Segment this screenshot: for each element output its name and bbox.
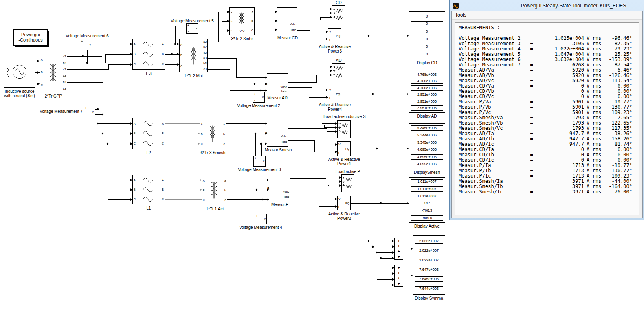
port-label: B [134,188,136,191]
port-label: A [267,187,269,190]
load-active-inductive-s-block[interactable] [337,120,351,138]
display-value: 147 [411,201,443,206]
port-label: B [134,132,136,135]
measur-cd-block[interactable]: ABC Vabc Iabc [277,7,297,34]
inductive-source-block[interactable] [4,56,35,88]
measurements-list: Voltage Measurement 2 = 1.025e+004 V rms… [459,36,635,195]
active-reactive-power4-block[interactable]: V I PQ [328,87,341,101]
display-value: 1.011e+007 [411,179,443,184]
power4-label-line1: Active & Reactive [314,103,355,107]
powergui-block[interactable]: Powergui -Continuous [13,29,48,46]
act-right-ports: abc [224,175,226,205]
load-ad-label: AD [332,58,345,63]
measur-ad-block[interactable]: ABC Vabc Iabc [267,73,288,94]
display-value: 2.951e+006 [411,105,443,111]
port-label: B [162,132,164,135]
minus-pin: - [188,30,189,33]
measur-p-block[interactable]: ABC Vabc Iabc [269,175,290,201]
measur-p-label: Measur.P [268,202,292,207]
port-label: A [180,43,182,46]
display-value: 2.022e+007 [415,258,443,263]
display-value: 5.344e+006 [411,133,443,138]
line-l3-block[interactable]: ABC ABC [132,39,165,70]
plus-sign: + [398,282,400,285]
port-label: B [180,54,182,57]
i-pin: I [338,206,339,209]
equals-sign: = [527,189,536,195]
plus-sign: + [398,239,400,243]
voltage-measurement-6-block[interactable]: + - v [80,39,92,50]
menu-tools[interactable]: Tools [452,11,470,19]
window-titlebar[interactable]: Powergui Steady-State Tool. model: Kurs_… [451,0,643,11]
transformer-1tr-2mot-label: 1*Tr 2 Mot [177,74,210,78]
display-value: 0 [411,44,443,49]
display-value: 4.695e+006 [411,154,443,160]
vabc-pin: Vabc [281,135,287,138]
active-reactive-power2-label: Active & Reactive Power2 [324,212,365,221]
line-l1-block[interactable]: ABC ABC [132,175,165,204]
voltage-measurement-4-block[interactable]: + - v [255,214,267,224]
transformer-1tr-1act-block[interactable]: ABC abc [202,175,227,205]
display-value: 2.022e+007 [415,248,443,253]
voltage-measurement-2-block[interactable]: + - v [253,92,265,103]
port-label: C [265,131,267,134]
i-pin: I [338,151,339,154]
transformer-2tr-gpp-block[interactable]: ABC a2b2c2a3b3c3 [40,53,67,92]
transformer-1tr-2mot-block[interactable]: ABC a2b2c2a3b3c3 [179,39,208,72]
measurement-unit: A rms [584,189,604,195]
load-scope-icon [342,175,354,192]
smesh-left-ports: ABC [201,119,203,149]
v-out-pin: v [262,96,264,99]
port-label: A [134,179,136,182]
window-menubar: Tools [452,11,642,20]
transformer-6tr-3smesh-block[interactable]: ABC abc [200,119,226,149]
active-reactive-power1-block[interactable]: V I PQ [337,141,351,156]
display-smesh-block[interactable]: 5.345e+0065.344e+0065.345e+0064.695e+006… [409,123,445,169]
v-out-pin: v [196,27,198,30]
active-reactive-power3-block[interactable]: V I PQ [328,28,341,43]
display-value: 4.695e+006 [411,147,443,152]
v-pin: V [338,143,341,146]
sum-block-1[interactable]: ++++ [394,238,403,260]
transformer-1tr-1act-label: 1*Tr 1 Act [200,207,230,211]
pq-pin: PQ [345,202,349,205]
vabc-pin: Vabc [283,190,289,193]
power2-label-line2: Power2 [324,216,365,221]
pq-pin: PQ [336,93,340,96]
voltage-measurement-4-label: Voltage Measurement 4 [230,225,291,230]
display-value: 7.645e+006 [415,276,443,282]
load-ad-block[interactable] [332,63,345,81]
port-label: a [224,179,226,182]
sum-block-2[interactable]: ++++ [394,265,403,287]
active-reactive-power2-block[interactable]: V I PQ [337,196,351,210]
port-label: A [275,20,277,22]
voltage-measurement-3-block[interactable]: + - v [253,156,266,167]
display-value: 4.695e+006 [411,162,443,167]
voltage-measurement-7-block[interactable]: + - v [84,106,95,118]
display-value: 2.951e+006 [411,92,443,97]
port-label: c3 [204,68,207,70]
load-cd-label: CD [332,0,345,5]
measur-smesh-block[interactable]: ABC Vabc Iabc [267,119,288,147]
smesh-right-ports: abc [223,119,225,149]
display-ad-block[interactable]: 4.768e+0064.768e+0064.768e+0062.951e+006… [409,70,445,113]
display-value: -706.3 [411,208,443,213]
v-out-pin: v [264,217,266,221]
load-scope-icon [338,121,350,138]
display-symma-block[interactable]: 2.022e+0072.022e+0072.022e+0077.647e+006… [413,235,445,295]
port-label: A [203,179,205,182]
voltage-measurement-5-block[interactable]: + - v [186,23,198,34]
load-cd-block[interactable] [332,5,345,24]
transformer-3tr-2sinhr-block[interactable]: Y Y abc ABC [229,7,255,35]
l2-right-ports: ABC [162,118,164,149]
load-active-p-block[interactable] [341,174,354,192]
plus-pin: + [187,24,189,27]
transformer-coil-icon [200,119,226,149]
l3-left-ports: ABC [134,39,136,69]
display-cd-block[interactable]: 000000 [409,11,445,59]
simulink-model-canvas[interactable]: Powergui -Continuous Inductive source wi… [0,0,644,309]
load-active-inductive-s-label: Load active-inductive S [308,114,381,119]
display-active-block[interactable]: 1.011e+0071.011e+0071.011e+007147-706.3-… [409,177,445,223]
sine-wave-icon [133,118,165,149]
line-l2-block[interactable]: ABC ABC [132,118,165,149]
